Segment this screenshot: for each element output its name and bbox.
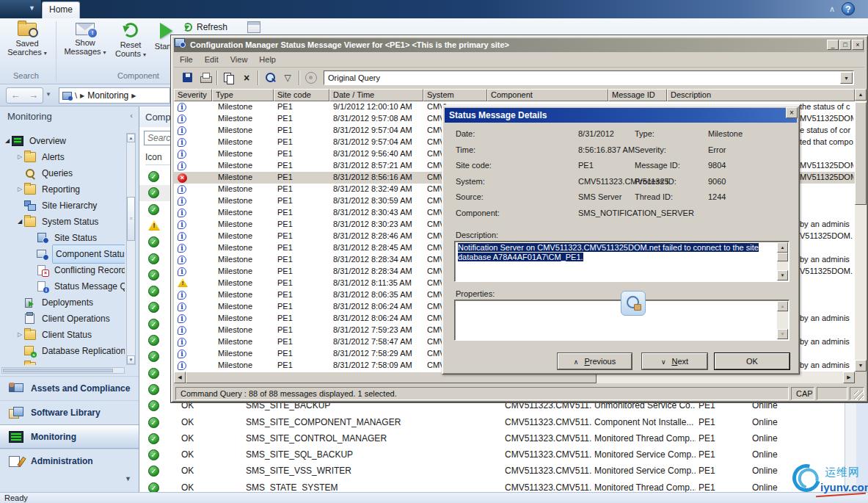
workspace-administration[interactable]: Administration xyxy=(0,449,139,473)
table-vscrollbar[interactable]: ▲ ▼ xyxy=(855,89,867,372)
application-menu-button[interactable]: ▼ xyxy=(0,0,42,18)
menu-help[interactable]: Help xyxy=(253,54,282,67)
scroll-down-icon[interactable]: ▼ xyxy=(777,270,788,281)
sidebar-item-overview[interactable]: ◢Overview xyxy=(0,133,125,149)
refresh-button[interactable]: Refresh xyxy=(180,21,232,35)
expanded-icon[interactable]: ◢ xyxy=(3,133,12,149)
scroll-down-icon[interactable]: ▼ xyxy=(855,360,867,372)
dialog-titlebar[interactable]: Status Message Details xyxy=(445,108,797,123)
status-message-icon xyxy=(37,281,48,292)
expanded-icon[interactable]: ◢ xyxy=(15,214,24,230)
collapse-ribbon-icon[interactable]: ∧ xyxy=(826,3,838,15)
resize-grip[interactable] xyxy=(854,391,864,400)
menu-file[interactable]: File xyxy=(174,54,199,67)
chevron-right-icon[interactable]: ▶ xyxy=(131,93,136,99)
scroll-up-icon[interactable]: ▲ xyxy=(855,89,867,101)
tab-home[interactable]: Home xyxy=(42,1,80,18)
workspace-monitoring[interactable]: Monitoring xyxy=(0,424,139,449)
history-dropdown-icon[interactable]: ▼ xyxy=(45,91,51,98)
copy-icon[interactable] xyxy=(221,70,237,86)
sidebar-item-conflicting-records[interactable]: Conflicting Records xyxy=(0,262,125,278)
delete-icon[interactable]: × xyxy=(238,70,255,86)
workspace-assets-and-compliance[interactable]: Assets and Compliance xyxy=(0,376,139,400)
component-row[interactable]: ✓OKSMS_SITE_SQL_BACKUPCMV511323.CMV511..… xyxy=(139,447,844,463)
magnifier-icon[interactable] xyxy=(621,291,646,316)
column-header-severity[interactable]: Severity xyxy=(174,89,212,101)
tree-hscrollbar[interactable] xyxy=(1,367,125,374)
collapsed-icon[interactable]: ▷ xyxy=(15,149,24,165)
breadcrumb[interactable]: \ ▶ Monitoring ▶ xyxy=(59,87,170,104)
back-button[interactable]: ← xyxy=(6,87,25,104)
menu-edit[interactable]: Edit xyxy=(199,54,225,67)
form-icon[interactable] xyxy=(247,21,260,33)
sidebar-item-client-status[interactable]: ▷Client Status xyxy=(0,327,125,343)
column-header-system[interactable]: System xyxy=(423,89,487,101)
type-cell: Milestone xyxy=(218,337,275,346)
sidebar-item-site-hierarchy[interactable]: Site Hierarchy xyxy=(0,198,125,214)
reset-counts-button[interactable]: Reset Counts ▾ xyxy=(110,21,151,74)
sidebar-item-alerts[interactable]: ▷Alerts xyxy=(0,149,125,165)
scrollbar-thumb[interactable] xyxy=(3,369,113,372)
reset-counts-label: Reset Counts xyxy=(115,40,141,58)
column-header-description[interactable]: Description xyxy=(667,89,855,101)
previous-button[interactable]: ∧Previous xyxy=(558,353,632,369)
description-scrollbar[interactable]: ▲ ▼ xyxy=(777,242,788,281)
sidebar-item-client-operations[interactable]: Client Operations xyxy=(0,311,125,327)
close-icon[interactable]: × xyxy=(786,107,798,118)
saved-searches-button[interactable]: Saved Searches ▾ xyxy=(4,21,50,74)
description-box[interactable]: Notification Server on CMV511323.CMV5113… xyxy=(454,241,789,282)
scroll-left-icon[interactable]: ◀ xyxy=(174,372,186,383)
workspace-software-library[interactable]: Software Library xyxy=(0,400,139,424)
maximize-button[interactable]: □ xyxy=(839,40,851,50)
scroll-up-icon[interactable]: ▲ xyxy=(127,134,135,142)
sidebar-item-status-message-que[interactable]: Status Message Que xyxy=(0,278,125,294)
more-workspaces-icon[interactable]: ▼ xyxy=(125,475,131,482)
sidebar-item-database-replication[interactable]: Database Replication xyxy=(0,343,125,359)
sidebar-item-system-status[interactable]: ◢System Status xyxy=(0,214,125,230)
ok-icon: ✓ xyxy=(148,433,159,444)
close-button[interactable]: × xyxy=(852,40,864,50)
chevron-down-icon[interactable]: ▼ xyxy=(840,72,853,84)
find-icon[interactable] xyxy=(262,70,278,86)
chevron-right-icon[interactable]: ▶ xyxy=(80,93,84,99)
collapsed-icon[interactable]: ▷ xyxy=(15,327,24,343)
scroll-down-icon[interactable]: ▼ xyxy=(127,355,135,364)
component-row[interactable]: ✓OKSMS_SITE_VSS_WRITERCMV511323.CMV511..… xyxy=(139,463,844,480)
column-header-type[interactable]: Type xyxy=(212,89,274,101)
print-icon[interactable] xyxy=(197,70,214,86)
breadcrumb-current[interactable]: Monitoring xyxy=(87,90,128,101)
menu-view[interactable]: View xyxy=(225,54,254,67)
next-button[interactable]: ∨Next xyxy=(642,353,707,369)
viewer-titlebar[interactable]: Configuration Manager Status Message Vie… xyxy=(174,38,864,52)
collapse-panel-icon[interactable]: ‹ xyxy=(130,111,133,120)
forward-button[interactable]: → xyxy=(24,87,43,104)
check-icon: ✓ xyxy=(148,302,159,313)
minimize-button[interactable]: _ xyxy=(827,40,839,50)
column-header-site-code[interactable]: Site code xyxy=(274,89,329,101)
save-icon[interactable] xyxy=(180,70,196,86)
sidebar-item-reporting[interactable]: ▷Reporting xyxy=(0,181,125,198)
sidebar-item-deployments[interactable]: Deployments xyxy=(0,294,125,311)
sidebar-item-partial[interactable] xyxy=(0,359,125,365)
sidebar-item-component-status[interactable]: Component Status xyxy=(0,246,125,262)
column-header-message-id[interactable]: Message ID xyxy=(608,89,667,101)
sidebar-item-site-status[interactable]: Site Status xyxy=(0,230,125,246)
column-header-component[interactable]: Component xyxy=(487,89,608,101)
scrollbar-thumb[interactable] xyxy=(855,102,867,205)
scroll-up-icon[interactable]: ▲ xyxy=(777,242,788,253)
sidebar-item-queries[interactable]: Queries xyxy=(0,165,125,181)
help-button[interactable]: ? xyxy=(842,2,855,15)
scrollbar-thumb[interactable]: ≡ xyxy=(127,197,135,241)
component-row[interactable]: ✓OKSMS_SITE_CONTROL_MANAGERCMV511323.CMV… xyxy=(139,431,844,447)
column-header-date-time[interactable]: Date / Time xyxy=(329,89,423,101)
scroll-right-icon[interactable]: ▶ xyxy=(843,372,855,383)
ok-button[interactable]: OK xyxy=(715,353,789,369)
collapsed-icon[interactable]: ▷ xyxy=(15,181,24,198)
scrollbar-thumb[interactable] xyxy=(777,253,788,261)
component-row[interactable]: ✓OKSMS_SITE_COMPONENT_MANAGERCMV511323.C… xyxy=(139,415,844,431)
component-row[interactable]: ✓OKSMS_STATE_SYSTEMCMV511323.CMV511...Mo… xyxy=(139,480,844,492)
filter-icon[interactable]: ▽ xyxy=(280,70,296,86)
tree-scrollbar[interactable]: ▲ ≡ ▼ xyxy=(126,133,136,365)
query-combobox[interactable]: Original Query ▼ xyxy=(324,70,854,85)
show-messages-button[interactable]: Show Messages ▾ xyxy=(62,21,109,74)
